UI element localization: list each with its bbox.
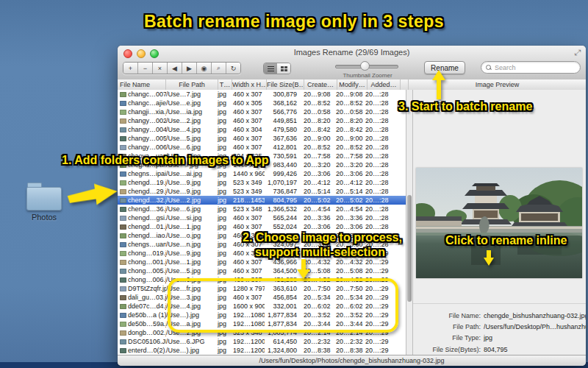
search-input[interactable] bbox=[493, 63, 570, 72]
refresh-button[interactable]: ↻ bbox=[226, 63, 240, 74]
window-title: Images Rename (29/69 Images) bbox=[118, 48, 586, 57]
file-thumbnail-icon bbox=[120, 127, 126, 132]
file-thumbnail-icon bbox=[120, 207, 126, 212]
info-line: File Path:/Users/fun/Desktop/Ph…hushanzh… bbox=[413, 321, 586, 332]
search-field[interactable] bbox=[481, 61, 581, 74]
file-thumbnail-icon bbox=[120, 322, 126, 327]
column-header[interactable]: Width x H… bbox=[232, 79, 267, 90]
column-header[interactable]: Create… bbox=[304, 79, 337, 90]
add-button[interactable]: + bbox=[123, 63, 138, 74]
file-thumbnail-icon bbox=[120, 92, 126, 97]
file-name: DSC05106.JPG bbox=[128, 337, 166, 346]
table-row[interactable]: changc…ajie.jpg/Use…e.jpgjpg460 x 305368… bbox=[118, 99, 406, 107]
file-name: chong…019.jpg bbox=[128, 249, 166, 258]
slider-knob[interactable] bbox=[360, 61, 370, 71]
info-value[interactable]: chengde_bishushanzhuang-032.jpg bbox=[484, 312, 586, 319]
file-name: chegns…ipai.jpg bbox=[128, 169, 166, 178]
file-name: dde07c…d4.jpg bbox=[128, 302, 166, 311]
annotation-step3: 3. Start to batch rename bbox=[398, 100, 532, 113]
table-header: File NameFile PathT…Width x H…File Size(… bbox=[118, 79, 586, 91]
file-thumbnail-icon bbox=[120, 224, 126, 230]
table-row[interactable]: chong…005.jpg/Use…5.jpgjpg460 x 307364,5… bbox=[118, 266, 406, 275]
file-name: chong…005.jpg bbox=[128, 266, 166, 275]
back-button[interactable]: ◀ bbox=[168, 63, 182, 74]
file-thumbnail-icon bbox=[120, 216, 126, 221]
list-icon bbox=[268, 66, 274, 71]
file-name: changy…002.jpg bbox=[128, 116, 166, 125]
grid-view-button[interactable] bbox=[277, 63, 290, 74]
info-line: File Size(Bytes):804,795 bbox=[413, 344, 586, 355]
folder-label: Photos bbox=[25, 213, 63, 222]
file-name: changy…004.jpg bbox=[128, 125, 166, 134]
preview-eye-button[interactable]: ◉ bbox=[197, 63, 212, 74]
file-thumbnail-icon bbox=[120, 295, 126, 300]
file-thumbnail-icon bbox=[120, 198, 126, 203]
file-thumbnail-icon bbox=[120, 339, 126, 344]
annotation-step2-line1: 2. Choose image to process, bbox=[243, 231, 402, 244]
view-toggle bbox=[263, 63, 291, 74]
table-row[interactable]: chengd…01.jpg/Use…1.jpgjpg460 x 307552,0… bbox=[118, 222, 406, 231]
file-name: chengd…01.jpg bbox=[128, 222, 166, 231]
thumbnail-zoom-slider[interactable] bbox=[335, 65, 398, 68]
file-thumbnail-icon bbox=[120, 286, 126, 291]
file-thumbnail-icon bbox=[120, 251, 126, 256]
magnify-button[interactable]: ⌕ bbox=[212, 63, 226, 74]
photos-folder[interactable]: Photos bbox=[25, 183, 63, 222]
info-value[interactable]: /Users/fun/Desktop/Ph…hushanzhuang-032.j… bbox=[484, 323, 586, 330]
table-row[interactable]: changy…006.jpg/Use…6.jpgjpg460 x 307412,… bbox=[118, 143, 406, 152]
table-row[interactable]: chengd…36.jpg/Use…6.jpgjpg523 x 3481,366… bbox=[118, 205, 406, 213]
step1-arrow-icon bbox=[66, 181, 118, 210]
table-row[interactable]: chengd…29.jpg/Use…9.jpgjpg523 x 349736,8… bbox=[118, 187, 406, 196]
column-header[interactable]: File Size(B… bbox=[267, 79, 304, 90]
image-preview-pane: File Name:chengde_bishushanzhuang-032.jp… bbox=[413, 90, 586, 355]
file-name: dali_gu…03.jpg bbox=[128, 293, 166, 302]
table-row[interactable]: enterd…0(2).jpg/Use…).jpgjpg192…12001,32… bbox=[118, 346, 406, 355]
table-scrollbar[interactable] bbox=[406, 90, 413, 355]
step3-arrow-icon bbox=[432, 70, 445, 99]
table-row[interactable]: chengd…gsi.jpg/Use…si.jpgjpg460 x 307565… bbox=[118, 213, 406, 222]
info-value[interactable]: jpg bbox=[484, 334, 492, 342]
file-name: chengd…29.jpg bbox=[128, 187, 166, 196]
file-name: dongb…002.jpg bbox=[128, 328, 166, 337]
file-thumbnail-icon bbox=[120, 110, 126, 115]
table-row[interactable]: changy…004.jpg/Use…4.jpgjpg460 x 304479,… bbox=[118, 125, 406, 134]
table-row[interactable]: changy…002.jpg/Use…2.jpgjpg460 x 307449,… bbox=[118, 116, 406, 125]
list-view-button[interactable] bbox=[264, 63, 277, 74]
scrollbar-thumb[interactable] bbox=[407, 195, 412, 302]
delete-button[interactable]: × bbox=[153, 63, 168, 74]
step2-arrow-icon bbox=[297, 259, 310, 279]
file-name: chengd…gsi.jpg bbox=[128, 213, 166, 222]
column-header[interactable]: File Name bbox=[118, 79, 166, 90]
table-row[interactable]: chegns…ipai.jpg/Use…ai.jpgjpg1440 x 9609… bbox=[118, 169, 406, 178]
annotation-step1: 1. Add folders contain images to App bbox=[62, 154, 269, 167]
zoomer-label: Thumbnail Zoomer bbox=[316, 72, 419, 79]
annotation-click-rename: Click to rename inline bbox=[445, 234, 567, 247]
file-thumbnail-icon bbox=[120, 304, 126, 309]
status-bar: /Users/fun/Desktop/Photos/chengde_bishus… bbox=[118, 355, 586, 366]
column-header[interactable]: File Path bbox=[166, 79, 218, 90]
file-thumbnail-icon bbox=[120, 277, 126, 283]
table-row[interactable]: DSC05106.JPG/Use…6.JPGjpg192…1200614,450… bbox=[118, 337, 406, 346]
file-name: chengd…19.jpg bbox=[128, 178, 166, 187]
column-header[interactable]: T… bbox=[218, 79, 232, 90]
file-name: chengd…36.jpg bbox=[128, 205, 166, 213]
forward-button[interactable]: ▶ bbox=[182, 63, 197, 74]
info-value[interactable]: 804,795 bbox=[484, 346, 508, 353]
column-header[interactable]: Added… bbox=[368, 79, 401, 90]
file-name: changy…005.jpg bbox=[128, 134, 166, 143]
file-thumbnail-icon bbox=[120, 101, 126, 106]
table-row[interactable]: changy…005.jpg/Use…5.jpgjpg460 x 307367,… bbox=[118, 134, 406, 143]
column-header[interactable]: Modify… bbox=[337, 79, 368, 90]
fullscreen-icon[interactable]: ⤢ bbox=[574, 48, 581, 57]
table-row[interactable]: changji…xia.jpg/Use…ia.jpgjpg460 x 30756… bbox=[118, 107, 406, 116]
table-row[interactable]: chengd…19.jpg/Use…9.jpgjpg523 x 3491,070… bbox=[118, 178, 406, 187]
table-row[interactable]: chengd…32.jpg/Use…2.jpgjpg218…1453804,79… bbox=[118, 196, 406, 205]
preview-photo bbox=[416, 168, 582, 278]
table-row[interactable]: changc…007.jpg/Use…7.jpgjpg460 x 307300,… bbox=[118, 90, 406, 99]
file-thumbnail-icon bbox=[120, 233, 126, 238]
file-name: chong…006.jpg bbox=[128, 275, 166, 284]
remove-button[interactable]: − bbox=[138, 63, 153, 74]
file-thumbnail-icon bbox=[120, 269, 126, 274]
file-name: changc…007.jpg bbox=[128, 90, 166, 99]
toolbar-button-group: +−×◀▶◉⌕↻ bbox=[123, 62, 241, 74]
